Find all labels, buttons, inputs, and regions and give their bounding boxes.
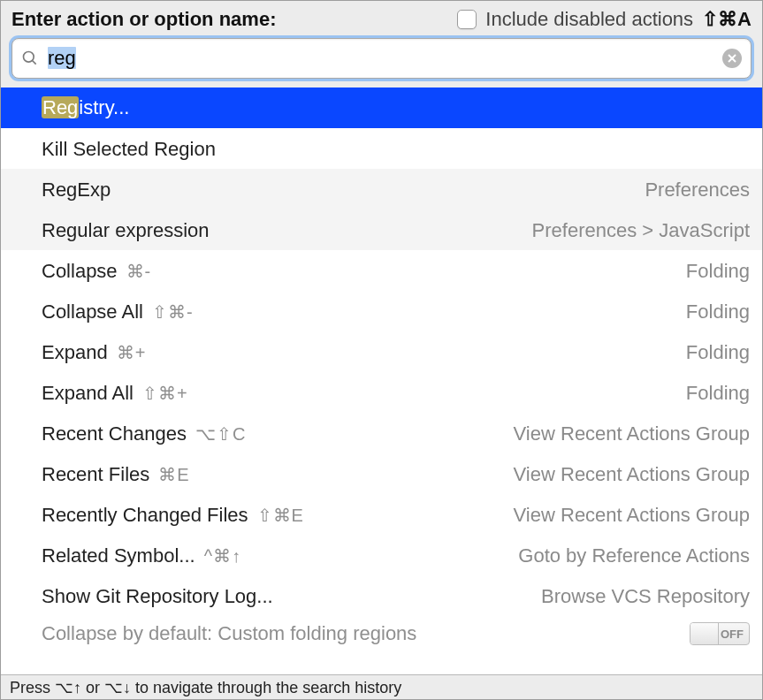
result-row[interactable]: Related Symbol...^⌘↑Goto by Reference Ac… [1,535,762,575]
results-list[interactable]: Registry...Kill Selected RegionRegExpPre… [1,88,762,699]
search-wrap: reg [1,38,762,88]
result-label: Recent Changes [42,422,187,445]
footer-hint: Press ⌥↑ or ⌥↓ to navigate through the s… [1,674,762,699]
include-disabled-label: Include disabled actions [485,8,693,31]
search-input[interactable]: reg [11,38,752,79]
result-row[interactable]: Recent Files⌘EView Recent Actions Group [1,453,762,494]
prompt-label: Enter action or option name: [11,8,276,31]
result-row[interactable]: Registry... [1,88,762,128]
result-label: Registry... [42,96,129,119]
result-group: Preferences [645,179,750,202]
result-label: Kill Selected Region [42,138,216,161]
result-label: Regular expression [42,219,210,242]
result-group: View Recent Actions Group [514,463,750,486]
result-left: Expand All⇧⌘+ [42,382,686,405]
result-left: Registry... [42,96,750,119]
result-group: View Recent Actions Group [514,504,750,527]
result-shortcut: ^⌘↑ [204,545,241,567]
result-group: Goto by Reference Actions [518,544,750,567]
result-shortcut: ⇧⌘E [257,505,304,526]
result-label: Recent Files [42,463,149,486]
result-label: Show Git Repository Log... [42,585,273,608]
toggle-label: OFF [721,628,744,641]
result-left: Recent Changes⌥⇧C [42,422,514,445]
clear-search-button[interactable] [722,49,742,68]
match-highlight: Reg [42,96,79,118]
footer-hint-text: Press ⌥↑ or ⌥↓ to navigate through the s… [10,678,401,697]
result-label: RegExp [42,179,111,202]
result-row[interactable]: RegExpPreferences [1,169,762,209]
result-row[interactable]: Collapse⌘-Folding [1,250,762,291]
result-row-partial[interactable]: Collapse by default: Custom folding regi… [1,616,762,651]
include-disabled-shortcut: ⇧⌘A [702,8,752,31]
result-left: Recently Changed Files⇧⌘E [42,504,514,527]
result-group: Preferences > JavaScript [532,219,750,242]
search-icon [21,49,39,67]
result-row[interactable]: Recent Changes⌥⇧CView Recent Actions Gro… [1,413,762,453]
result-shortcut: ⌘- [126,261,152,282]
result-label: Collapse All [42,301,143,323]
result-group: Folding [686,301,750,323]
result-row[interactable]: Expand⌘+Folding [1,331,762,372]
search-selection: reg [48,47,76,69]
result-shortcut: ⌘+ [117,342,147,363]
result-left: RegExp [42,179,645,202]
result-left: Kill Selected Region [42,138,750,161]
result-row[interactable]: Expand All⇧⌘+Folding [1,372,762,413]
result-group: Folding [686,260,750,283]
result-shortcut: ⌘E [158,464,189,485]
result-row[interactable]: Collapse All⇧⌘-Folding [1,291,762,331]
result-group: View Recent Actions Group [514,422,750,445]
result-row[interactable]: Kill Selected Region [1,128,762,169]
header-bar: Enter action or option name: Include dis… [1,1,762,38]
result-row[interactable]: Recently Changed Files⇧⌘EView Recent Act… [1,494,762,535]
svg-line-1 [33,61,36,65]
svg-point-0 [24,52,34,63]
result-label: Collapse by default: Custom folding regi… [42,622,416,645]
result-left: Recent Files⌘E [42,463,514,486]
result-group: Folding [686,341,750,364]
result-group: Folding [686,382,750,405]
result-left: Show Git Repository Log... [42,585,541,608]
result-label: Recently Changed Files [42,504,248,527]
search-text: reg [48,47,713,70]
result-shortcut: ⌥⇧C [195,423,246,445]
result-left: Expand⌘+ [42,341,686,364]
result-row[interactable]: Show Git Repository Log...Browse VCS Rep… [1,575,762,616]
find-action-popup: Enter action or option name: Include dis… [0,0,763,700]
result-label: Expand [42,341,108,364]
result-left: Collapse⌘- [42,260,686,283]
result-label: Expand All [42,382,134,405]
close-icon [728,54,736,63]
result-label: Collapse [42,260,118,283]
result-shortcut: ⇧⌘+ [142,383,188,404]
result-label: Related Symbol... [42,544,195,567]
result-left: Related Symbol...^⌘↑ [42,544,518,567]
result-shortcut: ⇧⌘- [152,301,194,323]
result-left: Collapse All⇧⌘- [42,301,686,323]
result-left: Regular expression [42,219,532,242]
result-group: Browse VCS Repository [541,585,750,608]
result-row[interactable]: Regular expressionPreferences > JavaScri… [1,209,762,250]
include-disabled-checkbox[interactable] [457,10,477,29]
toggle-off[interactable]: OFF [690,622,750,645]
